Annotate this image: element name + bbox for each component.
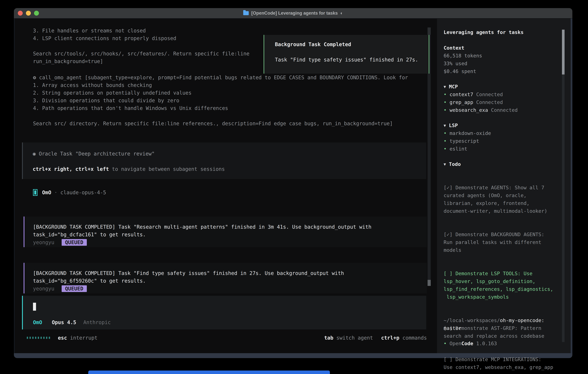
todo-item-active: [ ] Demonstrate LSP TOOLS: Use lsp_hover… bbox=[444, 270, 568, 301]
status-bar: esc interrupt tab switch agent ctrl+p co… bbox=[27, 334, 427, 342]
tool-call-block: ⚙ call_omo_agent [subagent_type=explore,… bbox=[33, 74, 408, 127]
tool-call-line: 4. Path operations that don't handle Win… bbox=[33, 104, 408, 112]
lsp-item: • typescript bbox=[444, 137, 479, 145]
status-dot-icon: • bbox=[444, 130, 447, 136]
todo-item-pending: [ ] Demonstrate AST-GREP: Pattern search… bbox=[444, 324, 568, 340]
chevron-down-icon: ▼ bbox=[444, 122, 446, 129]
tool-call-header: ⚙ call_omo_agent [subagent_type=explore,… bbox=[33, 74, 408, 82]
status-dot-icon: • bbox=[444, 138, 447, 144]
hint-interrupt: esc interrupt bbox=[58, 335, 97, 341]
message-text: [BACKGROUND TASK COMPLETED] Task "Resear… bbox=[33, 223, 427, 231]
message-author: yeongyu bbox=[33, 286, 54, 291]
sidebar-scrollbar[interactable] bbox=[562, 30, 565, 342]
background-task-message: [BACKGROUND TASK COMPLETED] Task "Resear… bbox=[24, 217, 427, 247]
session-title: Leveraging agents for tasks bbox=[444, 28, 524, 36]
workspace-branch: master bbox=[444, 324, 462, 332]
sidebar-scrollbar-thumb[interactable] bbox=[562, 30, 565, 74]
composer-agent: OmO bbox=[33, 320, 42, 325]
app-version: 1.0.163 bbox=[476, 341, 497, 346]
status-dot-icon: • bbox=[444, 341, 447, 346]
hint-commands: ctrl+p commands bbox=[381, 335, 427, 341]
lsp-item: • markdown-oxide bbox=[444, 129, 491, 137]
workspace-path: ~/local-workspaces/oh-my-opencode: bbox=[444, 316, 544, 324]
message-author: yeongyu bbox=[33, 239, 54, 245]
context-used: 33% used bbox=[444, 60, 467, 67]
tool-call-line bbox=[33, 112, 408, 120]
separator-dot: · bbox=[54, 190, 57, 195]
status-dot-icon: • bbox=[444, 146, 447, 152]
dock-window-strip[interactable] bbox=[88, 371, 330, 374]
chevron-down-icon: ▼ bbox=[444, 160, 446, 168]
background-task-toast[interactable]: Background Task Completed Task "Find typ… bbox=[264, 35, 429, 74]
lsp-item: • eslint bbox=[444, 145, 467, 153]
status-badge: QUEUED bbox=[62, 285, 87, 292]
mcp-section-header[interactable]: ▼ MCP bbox=[444, 83, 458, 91]
toast-title: Background Task Completed bbox=[275, 41, 429, 48]
status-dot-icon: • bbox=[444, 107, 447, 113]
window-title: [OpenCode] Leveraging agents for tasks ◐ bbox=[14, 10, 572, 16]
agent-session-header: OmO · claude-opus-4-5 bbox=[33, 189, 106, 196]
mcp-item: • context7 Connected bbox=[444, 91, 503, 98]
toast-body: Task "Find type safety issues" finished … bbox=[275, 56, 429, 64]
radio-icon: ◉ bbox=[33, 151, 36, 157]
agent-name: OmO bbox=[42, 190, 51, 195]
prompt-input[interactable]: OmO Opus 4.5 Anthropic bbox=[22, 296, 426, 330]
status-dot-icon: • bbox=[444, 92, 447, 97]
desktop: [OpenCode] Leveraging agents for tasks ◐… bbox=[0, 0, 588, 374]
transcript-line bbox=[33, 42, 250, 50]
todo-item-done: [✓] Demonstrate BACKGROUND AGENTS: Run p… bbox=[444, 230, 568, 254]
gear-icon: ⚙ bbox=[33, 75, 36, 80]
activity-dots bbox=[27, 337, 50, 339]
tool-call-line: 3. Division operations that could divide… bbox=[33, 97, 408, 104]
composer-status-row: OmO Opus 4.5 Anthropic bbox=[33, 319, 111, 326]
mcp-item: • grep_app Connected bbox=[444, 98, 503, 106]
chevron-down-icon: ▼ bbox=[444, 83, 446, 91]
todo-item-done: [✓] Demonstrate AGENTS: Show all 7 curat… bbox=[444, 184, 568, 215]
hint-text: to navigate between subagent sessions bbox=[109, 166, 225, 172]
zoom-button[interactable] bbox=[34, 11, 39, 16]
chat-scrollbar-thumb[interactable] bbox=[428, 280, 431, 286]
todo-item-pending: [ ] Demonstrate MCP INTEGRATIONS: Use co… bbox=[444, 355, 568, 371]
status-badge: QUEUED bbox=[62, 239, 87, 246]
traffic-lights bbox=[18, 11, 39, 16]
session-sidebar: Leveraging agents for tasks Context 66,5… bbox=[437, 19, 571, 353]
app-version-row: • OpenCode 1.0.163 bbox=[444, 340, 497, 347]
oracle-task-title: ◉ Oracle Task "Deep architecture review" bbox=[33, 150, 426, 158]
transcript-line: 3. File handles or streams not closed bbox=[33, 27, 250, 35]
hint-switch-agent: tab switch agent bbox=[324, 335, 373, 341]
todo-section-header[interactable]: ▼ Todo bbox=[444, 160, 461, 168]
lsp-section-header[interactable]: ▼ LSP bbox=[444, 122, 458, 130]
close-button[interactable] bbox=[18, 11, 23, 16]
context-tokens: 66,518 tokens bbox=[444, 52, 482, 60]
window-frame-left bbox=[14, 19, 15, 353]
tool-call-line: Search src/ directory. Return specific f… bbox=[33, 120, 408, 127]
transcript-line: run_in_background=true] bbox=[33, 58, 250, 65]
message-text: task_id="bg_6f59260c" to get results. bbox=[33, 277, 427, 285]
tool-call-line: 2. String operations on potentially unde… bbox=[33, 89, 408, 97]
background-task-message: [BACKGROUND TASK COMPLETED] Task "Find t… bbox=[24, 263, 427, 293]
minimize-button[interactable] bbox=[26, 11, 31, 16]
text-cursor bbox=[33, 303, 36, 311]
context-heading: Context bbox=[444, 44, 464, 52]
chat-scrollbar-top-cap bbox=[428, 28, 431, 35]
window-title-text: [OpenCode] Leveraging agents for tasks bbox=[251, 10, 338, 16]
window-titlebar[interactable]: [OpenCode] Leveraging agents for tasks ◐ bbox=[14, 8, 572, 19]
agent-model: claude-opus-4-5 bbox=[60, 190, 106, 195]
window-frame-right bbox=[571, 19, 572, 353]
message-text: [BACKGROUND TASK COMPLETED] Task "Find t… bbox=[33, 270, 427, 277]
composer-provider: Anthropic bbox=[83, 320, 111, 325]
message-text: task_id="bg_dcfac161" to get results. bbox=[33, 231, 427, 239]
transcript-scrollback: 3. File handles or streams not closed 4.… bbox=[33, 27, 250, 65]
tool-call-line: 1. Array access without bounds checking bbox=[33, 82, 408, 89]
mcp-item: • websearch_exa Connected bbox=[444, 106, 518, 114]
context-spent: $0.46 spent bbox=[444, 67, 476, 75]
folder-icon bbox=[243, 11, 249, 15]
status-dot-icon: • bbox=[444, 99, 447, 105]
agent-square-icon bbox=[33, 189, 37, 196]
session-state-icon: ◐ bbox=[340, 10, 343, 16]
transcript-line: Search src/tools/, src/hooks/, src/featu… bbox=[33, 50, 250, 58]
transcript-line: 4. LSP client connections not properly d… bbox=[33, 35, 250, 42]
oracle-task-panel: ◉ Oracle Task "Deep architecture review"… bbox=[22, 143, 426, 179]
composer-model: Opus 4.5 bbox=[52, 320, 76, 325]
oracle-navigation-hint: ctrl+x right, ctrl+x left to navigate be… bbox=[33, 165, 426, 173]
